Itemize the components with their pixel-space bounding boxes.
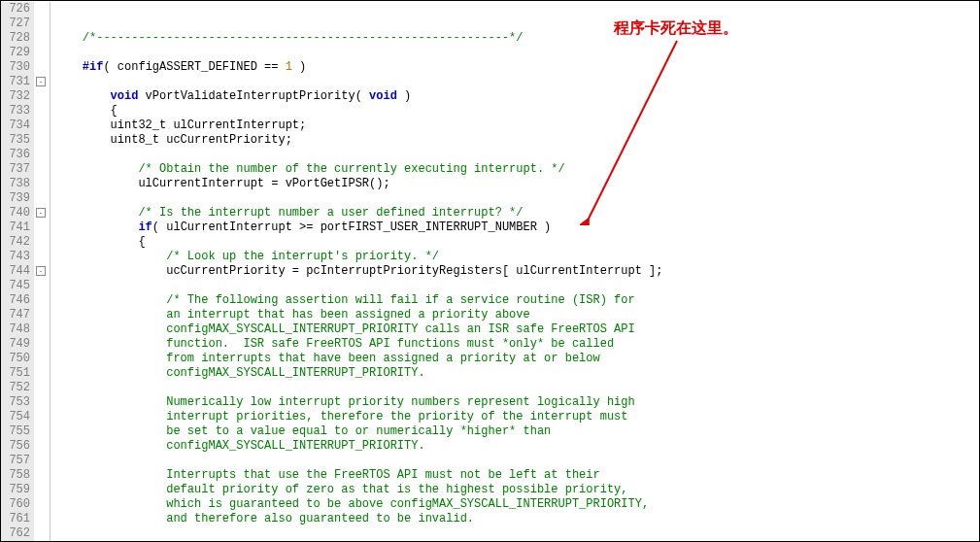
line-number: 750: [1, 352, 30, 366]
line-number: 742: [1, 235, 30, 250]
line-number: 744: [1, 264, 30, 279]
code-line[interactable]: /* Obtain the number of the currently ex…: [54, 162, 979, 177]
line-number: 749: [1, 337, 30, 352]
code-line[interactable]: if( ulCurrentInterrupt >= portFIRST_USER…: [54, 220, 979, 235]
code-line[interactable]: an interrupt that has been assigned a pr…: [54, 308, 979, 322]
code-token: [54, 60, 83, 74]
code-token: configMAX_SYSCALL_INTERRUPT_PRIORITY cal…: [166, 322, 634, 336]
code-line[interactable]: /* Is the interrupt number a user define…: [54, 206, 979, 220]
code-token: ulCurrentInterrupt = vPortGetIPSR();: [54, 177, 390, 190]
code-area[interactable]: /*--------------------------------------…: [51, 2, 979, 541]
code-line[interactable]: default priority of zero as that is the …: [54, 483, 979, 497]
code-line[interactable]: [54, 75, 979, 89]
line-number: 726: [1, 2, 30, 17]
code-token: which is guaranteed to be above configMA…: [166, 497, 649, 511]
code-token: [54, 162, 138, 176]
code-line[interactable]: [54, 454, 979, 468]
code-line[interactable]: {: [54, 104, 979, 119]
line-number: 752: [1, 381, 30, 395]
line-number: 758: [1, 468, 30, 483]
code-line[interactable]: from interrupts that have been assigned …: [54, 352, 979, 366]
line-number: 747: [1, 308, 30, 322]
fold-toggle-icon[interactable]: -: [36, 266, 46, 276]
line-number: 732: [1, 89, 30, 104]
code-token: /*--------------------------------------…: [54, 31, 523, 45]
code-token: [54, 512, 166, 525]
code-token: [54, 395, 166, 409]
code-line[interactable]: [54, 148, 979, 162]
line-number: 755: [1, 424, 30, 439]
code-token: configMAX_SYSCALL_INTERRUPT_PRIORITY.: [166, 439, 424, 453]
code-token: [54, 468, 166, 482]
code-line[interactable]: function. ISR safe FreeRTOS API function…: [54, 337, 979, 352]
code-token: if: [138, 220, 152, 234]
code-token: [54, 322, 166, 336]
code-line[interactable]: #if( configASSERT_DEFINED == 1 ): [54, 60, 979, 75]
code-token: [54, 250, 166, 263]
code-token: [54, 206, 138, 220]
code-token: [54, 366, 166, 380]
line-number: 728: [1, 31, 30, 46]
code-token: vPortValidateInterruptPriority(: [138, 89, 369, 103]
code-token: [54, 424, 166, 438]
fold-toggle-icon[interactable]: -: [36, 77, 46, 86]
code-token: Interrupts that use the FreeRTOS API mus…: [166, 468, 599, 482]
fold-toggle-icon[interactable]: -: [36, 208, 46, 218]
code-line[interactable]: be set to a value equal to or numericall…: [54, 424, 979, 439]
line-number: 733: [1, 104, 30, 119]
code-token: [54, 89, 111, 103]
code-token: ): [397, 89, 411, 103]
code-line[interactable]: ucCurrentPriority = pcInterruptPriorityR…: [54, 264, 979, 279]
code-line[interactable]: and therefore also guaranteed to be inva…: [54, 512, 979, 526]
code-line[interactable]: interrupt priorities, therefore the prio…: [54, 410, 979, 424]
line-number: 762: [1, 526, 30, 541]
line-number: 745: [1, 279, 30, 293]
line-number-gutter: 7267277287297307317327337347357367377387…: [1, 2, 34, 541]
code-line[interactable]: /* Look up the interrupt's priority. */: [54, 250, 979, 264]
code-line[interactable]: /*--------------------------------------…: [54, 31, 979, 46]
code-token: uint8_t ucCurrentPriority;: [54, 133, 292, 147]
code-line[interactable]: [54, 526, 979, 541]
line-number: 756: [1, 439, 30, 454]
code-token: void: [369, 89, 397, 103]
code-line[interactable]: configMAX_SYSCALL_INTERRUPT_PRIORITY cal…: [54, 322, 979, 337]
code-token: [54, 352, 166, 365]
code-line[interactable]: /* The following assertion will fail if …: [54, 293, 979, 308]
line-number: 760: [1, 497, 30, 512]
code-token: [54, 308, 166, 322]
code-token: ( ulCurrentInterrupt >= portFIRST_USER_I…: [152, 220, 551, 234]
code-line[interactable]: configMAX_SYSCALL_INTERRUPT_PRIORITY.: [54, 366, 979, 381]
code-line[interactable]: Numerically low interrupt priority numbe…: [54, 395, 979, 410]
line-number: 743: [1, 250, 30, 264]
code-token: ): [292, 60, 306, 74]
code-token: [54, 220, 138, 234]
code-line[interactable]: which is guaranteed to be above configMA…: [54, 497, 979, 512]
code-editor[interactable]: 7267277287297307317327337347357367377387…: [0, 0, 980, 542]
line-number: 734: [1, 119, 30, 133]
fold-column[interactable]: ---: [34, 2, 51, 541]
code-token: [54, 497, 166, 511]
line-number: 730: [1, 60, 30, 75]
line-number: 759: [1, 483, 30, 497]
code-line[interactable]: [54, 46, 979, 60]
line-number: 736: [1, 148, 30, 162]
line-number: 761: [1, 512, 30, 526]
code-line[interactable]: [54, 279, 979, 293]
code-line[interactable]: [54, 191, 979, 206]
code-token: {: [54, 235, 146, 249]
code-line[interactable]: ulCurrentInterrupt = vPortGetIPSR();: [54, 177, 979, 191]
line-number: 753: [1, 395, 30, 410]
code-token: interrupt priorities, therefore the prio…: [166, 410, 627, 423]
code-line[interactable]: void vPortValidateInterruptPriority( voi…: [54, 89, 979, 104]
code-line[interactable]: configMAX_SYSCALL_INTERRUPT_PRIORITY.: [54, 439, 979, 454]
code-token: ucCurrentPriority = pcInterruptPriorityR…: [54, 264, 663, 278]
code-token: and therefore also guaranteed to be inva…: [166, 512, 474, 525]
code-line[interactable]: Interrupts that use the FreeRTOS API mus…: [54, 468, 979, 483]
code-line[interactable]: uint8_t ucCurrentPriority;: [54, 133, 979, 148]
line-number: 748: [1, 322, 30, 337]
code-line[interactable]: uint32_t ulCurrentInterrupt;: [54, 119, 979, 133]
code-token: an interrupt that has been assigned a pr…: [166, 308, 529, 322]
code-line[interactable]: [54, 381, 979, 395]
code-line[interactable]: {: [54, 235, 979, 250]
line-number: 740: [1, 206, 30, 220]
